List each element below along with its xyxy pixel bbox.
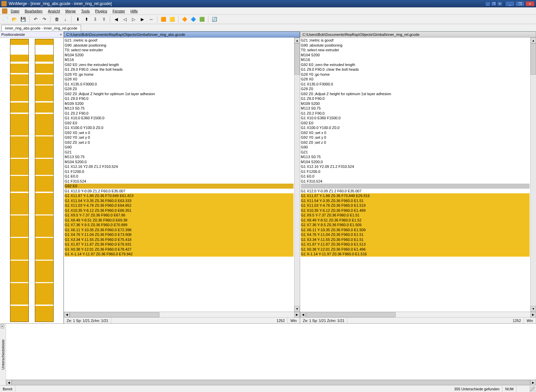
document-icon[interactable] xyxy=(2,8,7,14)
toolbar-button[interactable]: 🟨 xyxy=(169,16,176,23)
hscroll-thumb[interactable] xyxy=(306,312,396,317)
toolbar-button[interactable]: 🟩 xyxy=(198,16,206,23)
menu-merge[interactable]: Merge xyxy=(63,8,78,14)
left-hscroll[interactable]: ◀ ▶ xyxy=(64,312,300,317)
close-button[interactable]: × xyxy=(525,1,535,6)
minimize-button[interactable]: _ xyxy=(505,1,515,6)
code-line: G92 X0 ;set x 0 xyxy=(65,130,293,135)
toolbar-button[interactable]: 🔶 xyxy=(181,16,188,23)
code-line: G92 Z0 ;Adjust Z height for optimum 1st … xyxy=(301,91,530,96)
toolbar-button[interactable]: ⇧ xyxy=(100,16,108,23)
hscroll-thumb[interactable] xyxy=(12,380,530,385)
code-line: G1 Z8.0 F90.0 xyxy=(301,96,530,101)
app-icon xyxy=(1,1,7,6)
toolbar-button[interactable]: ▶ xyxy=(139,16,146,23)
menu-bearbeiten[interactable]: Bearbeiten xyxy=(23,8,45,14)
toolbar-button[interactable]: ⬆ xyxy=(83,16,90,23)
scroll-left-icon[interactable]: ◀ xyxy=(300,312,306,317)
code-line: M104 S200 xyxy=(65,53,293,58)
right-vscroll[interactable]: ▲ ▼ xyxy=(530,38,536,312)
code-line-diff: G1 X7.36 Y-9.5 Z0.36 F960.0 E70.889 xyxy=(65,222,293,227)
scroll-right-icon[interactable]: ▶ xyxy=(530,312,536,317)
menu-datei[interactable]: Datei xyxy=(9,8,21,14)
left-path[interactable]: C:\Users\Bob\Documents\RepRap\Objects\Gi… xyxy=(64,31,300,38)
menu-tools[interactable]: Tools xyxy=(79,8,92,14)
code-line: G92 E0 xyxy=(301,121,530,126)
toolbar-button[interactable]: 🔷 xyxy=(190,16,197,23)
diff-panel-hscroll[interactable]: ◀ ▶ xyxy=(6,380,536,385)
right-hscroll[interactable]: ◀ ▶ xyxy=(300,312,536,317)
location-bar-title: Positionsleiste xyxy=(1,32,25,37)
code-line: G1 Z8.0 F90.0 ;clear the bolt heads xyxy=(65,67,293,72)
status-diff-count: 355 Unterschiede gefunden xyxy=(452,386,503,392)
toolbar-button[interactable]: ◀ xyxy=(113,16,120,23)
window-title: WinMerge - [inner_ring_abs.gcode - inner… xyxy=(9,1,485,6)
menubar: Datei Bearbeiten Ansicht Merge Tools Plu… xyxy=(0,7,536,15)
child-minimize[interactable]: _ xyxy=(485,1,490,6)
location-bar-close[interactable]: × xyxy=(60,32,62,37)
toolbar-button[interactable]: ▷ xyxy=(130,16,137,23)
scroll-up-icon[interactable]: ▲ xyxy=(531,38,536,43)
scroll-thumb[interactable] xyxy=(294,43,300,75)
scroll-left-icon[interactable]: ◀ xyxy=(6,380,12,385)
right-editor[interactable]: G21 ;metric is good!G90 ;absolute positi… xyxy=(300,38,530,312)
right-path[interactable]: C:\Users\Bob\Documents\RepRap\Objects\Gi… xyxy=(300,31,536,38)
toolbar-button[interactable]: 🔄 xyxy=(211,16,218,23)
scroll-down-icon[interactable]: ▼ xyxy=(531,306,536,312)
toolbar-button[interactable]: 🟧 xyxy=(160,16,167,23)
toolbar-button[interactable]: ↓ xyxy=(62,16,69,23)
toolbar-button[interactable]: ⬇ xyxy=(74,16,81,23)
code-line-diff: G1 X11.03 Y-4.78 Z0.36 F960.0 E64.852 xyxy=(65,203,293,208)
scroll-left-icon[interactable]: ◀ xyxy=(64,312,70,317)
scroll-right-icon[interactable]: ▶ xyxy=(294,312,300,317)
diff-panel-content[interactable] xyxy=(6,324,536,380)
code-line: M109 S200 xyxy=(65,101,293,106)
toolbar-button[interactable]: ↔ xyxy=(147,16,155,23)
scroll-up-icon[interactable]: ▲ xyxy=(294,38,300,43)
diff-panel-close[interactable]: × xyxy=(1,324,4,328)
location-map-right[interactable] xyxy=(35,39,54,322)
toolbar-button[interactable]: 🗑 xyxy=(53,16,60,23)
maximize-button[interactable]: ❐ xyxy=(515,1,525,6)
toolbar: 📄📂💾↶↷🗑↓⬇⬆⇩⇧◀◁▷▶↔🟧🟨🔶🔷🟩🔄 xyxy=(0,15,536,24)
tab-comparison[interactable]: inner_ring_abs.gcode - inner_ring_rel.gc… xyxy=(1,25,81,31)
code-line: G28 Z0 xyxy=(65,86,293,91)
code-line-diff: G1 X8.49 Y-8.51 Z0.36 F960.0 E1.52 xyxy=(301,218,530,223)
child-close[interactable]: × xyxy=(497,1,503,6)
left-eol: Win xyxy=(288,318,300,323)
code-line: G92 Z0 ;set z 0 xyxy=(65,140,293,145)
menu-plugins[interactable]: Plugins xyxy=(93,8,109,14)
location-bar-panel: Positionsleiste × xyxy=(0,31,64,323)
scroll-thumb[interactable] xyxy=(531,43,536,75)
child-restore[interactable]: ❐ xyxy=(491,1,496,6)
code-line-diff: G1 X10.35 Y-6.12 Z0.36 F960.0 E66.351 xyxy=(65,208,293,213)
code-line: G1 Z8.0 F90.0 ;clear the bolt heads xyxy=(301,67,530,72)
location-map-left[interactable] xyxy=(10,39,29,322)
code-line: M116 xyxy=(301,57,530,62)
menu-hilfe[interactable]: Hilfe xyxy=(128,8,140,14)
code-line: G1 F1200.0 xyxy=(65,169,293,174)
toolbar-button[interactable]: ↷ xyxy=(41,16,48,23)
scroll-down-icon[interactable]: ▼ xyxy=(294,306,300,312)
code-line-diff: G1 X10.35 Y-6.12 Z0.36 F960.0 E1.499 xyxy=(301,208,530,213)
toolbar-button[interactable]: 📄 xyxy=(2,16,9,23)
resize-grip-icon[interactable] xyxy=(530,386,535,392)
code-line: G90 xyxy=(65,145,293,150)
menu-fenster[interactable]: Fenster xyxy=(111,8,127,14)
hscroll-thumb[interactable] xyxy=(70,312,159,317)
menu-ansicht[interactable]: Ansicht xyxy=(46,8,62,14)
left-editor[interactable]: G21 ;metric is good!G90 ;absolute positi… xyxy=(64,38,294,312)
code-line: G21 xyxy=(65,150,293,155)
scroll-right-icon[interactable]: ▶ xyxy=(530,380,536,385)
code-line: G1 Z0.2 F90.0 xyxy=(65,111,293,116)
diff-detail-panel: × Unterschiedsleiste ◀ ▶ xyxy=(0,323,536,385)
status-ready: Bereit xyxy=(0,386,15,392)
toolbar-button[interactable]: ⇩ xyxy=(91,16,99,23)
toolbar-button[interactable]: 💾 xyxy=(19,16,27,23)
left-vscroll[interactable]: ▲ ▼ xyxy=(294,38,300,312)
toolbar-button[interactable]: 📂 xyxy=(11,16,18,23)
toolbar-button[interactable]: ↶ xyxy=(32,16,39,23)
code-line: G1 X12.0 Y-0.09 Z1.2 F60.0 E35.007 xyxy=(301,189,530,194)
toolbar-button[interactable]: ◁ xyxy=(121,16,129,23)
code-line-diff: G1 X-1.14 Y-11.97 Z0.36 F960.0 E79.942 xyxy=(65,252,293,257)
